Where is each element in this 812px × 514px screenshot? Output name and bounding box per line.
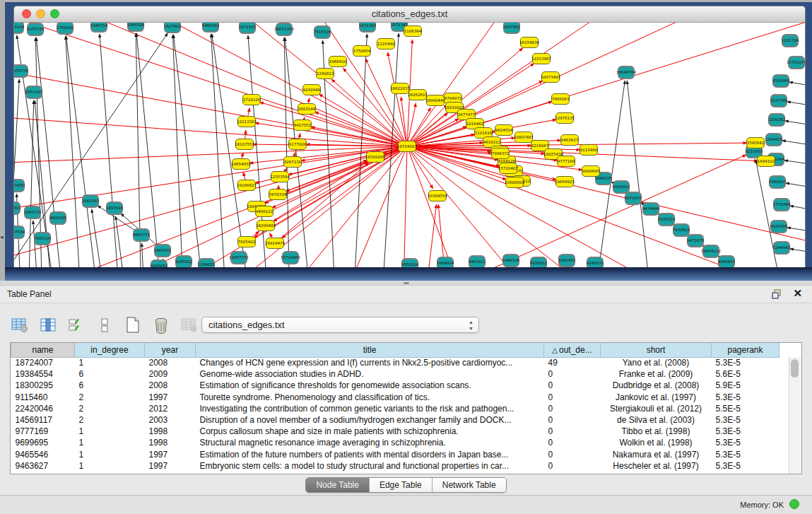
graph-node[interactable]: 9777169: [557, 156, 575, 167]
graph-node[interactable]: 2935114: [658, 213, 675, 226]
close-panel-icon[interactable]: ✕: [793, 287, 802, 300]
graph-node[interactable]: 1966410: [329, 56, 347, 67]
graph-node[interactable]: 1770344: [773, 198, 790, 211]
graph-node[interactable]: 2803144: [298, 103, 316, 115]
graph-node[interactable]: 2240812: [316, 68, 334, 79]
column-pair-icon[interactable]: [95, 316, 114, 335]
table-row[interactable]: 1872400712008Changes of HCN gene express…: [11, 357, 779, 368]
graph-node[interactable]: 1087534: [14, 226, 25, 239]
vertical-scrollbar[interactable]: [789, 357, 801, 474]
graph-node[interactable]: 8959124: [401, 258, 418, 268]
graph-node[interactable]: 10973493: [541, 71, 560, 83]
graph-node[interactable]: 18822037: [391, 83, 409, 94]
panel-splitter[interactable]: [0, 281, 812, 286]
graph-node[interactable]: 12975135: [555, 112, 574, 124]
graph-node[interactable]: 1569297: [769, 175, 786, 189]
delete-column-trash-icon[interactable]: [151, 316, 170, 335]
graph-node[interactable]: 1121724: [782, 34, 799, 47]
graph-node[interactable]: 19166827: [237, 180, 256, 191]
graph-node[interactable]: 9245031: [587, 257, 604, 268]
graph-node[interactable]: 2651303: [25, 86, 42, 99]
network-canvas[interactable]: 1873104205572427691401949714106552815276…: [14, 23, 805, 267]
graph-node[interactable]: 1209382: [768, 113, 785, 127]
graph-node[interactable]: 1092451: [558, 254, 575, 267]
column-visibility-icon[interactable]: [38, 316, 57, 335]
graph-node[interactable]: 7625402: [237, 236, 256, 247]
graph-node[interactable]: 9245012: [175, 255, 192, 268]
graph-node[interactable]: 1664804: [437, 257, 454, 268]
graph-node[interactable]: 7905139: [34, 232, 51, 245]
graph-node[interactable]: 9329966: [772, 74, 789, 88]
graph-node[interactable]: 2718126: [242, 94, 261, 105]
column-header-name[interactable]: name: [11, 343, 75, 357]
table-row[interactable]: 2242004622012Investigating the contribut…: [11, 403, 779, 414]
graph-node[interactable]: 9245052: [151, 259, 167, 268]
graph-node[interactable]: 7515526: [314, 25, 331, 39]
graph-node[interactable]: 1065832: [154, 244, 171, 257]
column-header-out_de[interactable]: △out_de...: [544, 343, 601, 357]
column-header-pagerank[interactable]: pagerank: [712, 343, 779, 357]
table-row[interactable]: 1830029562008Estimation of significance …: [11, 380, 779, 391]
graph-node[interactable]: 1244980: [773, 241, 790, 255]
graph-node[interactable]: 9865771: [133, 228, 150, 242]
graph-node[interactable]: 2062093: [82, 194, 99, 208]
row-select-check-icon[interactable]: [66, 316, 86, 335]
graph-node[interactable]: 1527602: [164, 23, 181, 33]
splitter-grip-icon[interactable]: [404, 282, 409, 284]
table-row[interactable]: 1938455462009Genome-wide association stu…: [11, 368, 779, 380]
graph-node[interactable]: 1186364: [404, 25, 422, 37]
graph-node[interactable]: 19654955: [232, 158, 250, 170]
table-row[interactable]: 946362711997Embryonic stem cells: a mode…: [11, 460, 779, 472]
tab-network-table[interactable]: Network Table: [433, 478, 506, 492]
graph-node[interactable]: 2087682: [503, 23, 520, 34]
graph-node[interactable]: 1831304: [359, 23, 376, 33]
graph-node[interactable]: 9242848: [302, 84, 321, 95]
graph-node[interactable]: 8471676: [687, 234, 704, 247]
graph-node[interactable]: 8427552: [293, 119, 312, 131]
graph-node[interactable]: 15751074: [788, 56, 805, 69]
graph-node[interactable]: 9899695: [582, 165, 600, 177]
new-column-icon[interactable]: [123, 316, 142, 335]
table-row[interactable]: 946554611997Estimation of the future num…: [11, 449, 779, 460]
tab-edge-table[interactable]: Edge Table: [370, 478, 433, 492]
west-panel-collapse-arrow-icon[interactable]: ◂: [0, 233, 4, 240]
graph-node[interactable]: 10807487: [514, 132, 533, 143]
graph-node[interactable]: 1849106: [502, 254, 519, 267]
column-header-title[interactable]: title: [196, 343, 544, 357]
graph-node[interactable]: 1750654: [353, 45, 371, 57]
graph-node[interactable]: 12213987: [532, 53, 551, 64]
graph-node[interactable]: 19657771: [230, 251, 247, 264]
graph-node[interactable]: 18300295: [366, 151, 384, 163]
graph-node[interactable]: 6466160: [202, 23, 219, 33]
graph-node[interactable]: 6879197: [625, 192, 642, 205]
graph-node[interactable]: 15720407: [499, 163, 517, 174]
graph-node[interactable]: 12213383: [237, 116, 256, 127]
tab-node-table[interactable]: Node Table: [306, 478, 370, 492]
graph-node[interactable]: 9115460: [579, 144, 598, 156]
graph-node[interactable]: 1244419: [765, 133, 782, 146]
table-row[interactable]: 977716911998Corpus callosum shape and si…: [11, 426, 779, 437]
graph-node[interactable]: 8267130: [283, 156, 302, 168]
table-mode-icon[interactable]: [10, 316, 29, 335]
graph-node[interactable]: 1065528: [127, 23, 144, 32]
graph-node[interactable]: 16154838: [520, 37, 539, 48]
graph-node[interactable]: 7986372: [491, 148, 510, 159]
graph-node[interactable]: 9463627: [560, 134, 579, 146]
graph-node[interactable]: 12353584: [271, 171, 289, 182]
graph-node[interactable]: 16648784: [618, 66, 635, 79]
graph-node[interactable]: 1071915: [239, 23, 256, 34]
graph-node[interactable]: 9935812: [530, 257, 547, 268]
graph-node[interactable]: 19384554: [428, 190, 447, 201]
graph-node[interactable]: 5678334: [269, 189, 287, 200]
graph-node[interactable]: 16262615: [408, 89, 427, 100]
graph-node[interactable]: 7932621: [673, 223, 690, 237]
graph-node[interactable]: 2620650: [14, 179, 25, 192]
float-panel-icon[interactable]: [772, 289, 782, 299]
graph-hub-node[interactable]: 18724007: [398, 141, 416, 152]
column-header-short[interactable]: short: [601, 343, 712, 357]
scrollbar-thumb[interactable]: [791, 359, 799, 378]
graph-node[interactable]: 9463912: [469, 255, 486, 268]
graph-node[interactable]: 1905139: [24, 206, 41, 219]
graph-node[interactable]: 1949714: [90, 23, 107, 33]
graph-node[interactable]: 9498222: [255, 206, 273, 217]
